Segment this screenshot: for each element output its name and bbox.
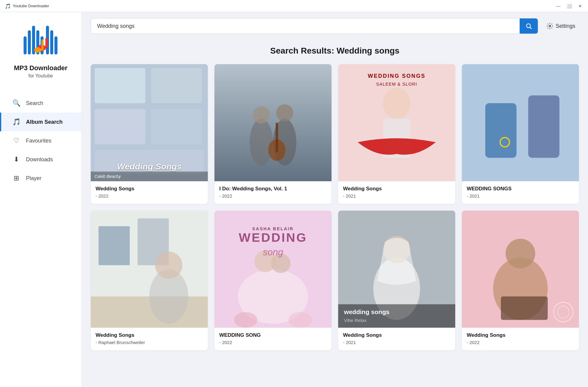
svg-rect-37 [485, 103, 516, 158]
album-card-3[interactable]: WEDDING SONGS SALEEM & SLORI Wedding Son… [338, 64, 455, 204]
album-card-8[interactable]: Wedding Songs - 2022 [462, 211, 579, 350]
svg-text:Wedding Songs: Wedding Songs [117, 162, 182, 171]
sidebar-item-downloads-label: Downloads [26, 156, 53, 163]
album-info-7: Wedding Songs - 2021 [338, 328, 455, 350]
album-meta-5: - Raphael Brunschweiler [96, 340, 203, 345]
album-meta-8: - 2022 [467, 340, 574, 345]
album-art-4 [462, 64, 579, 181]
album-info-2: I Do: Wedding Songs, Vol. 1 - 2022 [214, 181, 332, 204]
album-title-4: WEDDING SONGS [467, 185, 574, 192]
search-input[interactable] [91, 23, 520, 29]
svg-text:Vibe Relax: Vibe Relax [344, 318, 367, 323]
svg-rect-18 [95, 109, 145, 144]
sidebar-item-favourites[interactable]: ♡ Favourites [0, 131, 81, 150]
album-info-5: Wedding Songs - Raphael Brunschweiler [91, 328, 208, 350]
window-controls: — ⬜ ✕ [555, 4, 583, 8]
album-info-3: Wedding Songs - 2021 [338, 181, 455, 204]
album-thumb-4 [462, 64, 579, 181]
album-meta-2: - 2022 [219, 193, 327, 198]
album-thumb-8 [462, 211, 579, 328]
svg-rect-11 [41, 39, 44, 51]
svg-point-10 [34, 47, 41, 53]
album-art-1: Wedding Songs [91, 64, 208, 181]
album-info-8: Wedding Songs - 2022 [462, 328, 579, 350]
svg-rect-19 [151, 109, 202, 144]
svg-rect-60 [338, 304, 455, 328]
svg-rect-42 [91, 297, 208, 328]
album-art-2 [214, 64, 332, 181]
svg-point-14 [549, 25, 551, 27]
svg-rect-0 [24, 36, 27, 54]
album-info-6: WEDDING SONG - 2022 [214, 328, 332, 350]
album-title-3: Wedding Songs [343, 185, 450, 192]
album-thumb-5 [91, 211, 208, 328]
sidebar-item-search-label: Search [26, 100, 43, 107]
app-logo [21, 21, 60, 61]
album-thumb-2 [214, 64, 332, 181]
album-title-1: Wedding Songs [96, 185, 203, 192]
svg-point-52 [289, 312, 312, 328]
player-icon: ⊞ [12, 174, 21, 182]
logo-container: MP3 Downloader for Youtube [14, 21, 67, 79]
svg-rect-38 [528, 95, 559, 158]
titlebar: 🎵 Youtube Downloader — ⬜ ✕ [0, 0, 588, 12]
album-thumb-7: wedding songs Vibe Relax [338, 211, 455, 328]
album-art-7: wedding songs Vibe Relax [338, 211, 455, 328]
minimize-button[interactable]: — [555, 4, 561, 8]
svg-rect-43 [99, 226, 130, 265]
svg-rect-36 [462, 64, 579, 181]
sidebar-item-player[interactable]: ⊞ Player [0, 169, 81, 188]
maximize-button[interactable]: ⬜ [566, 4, 572, 8]
svg-rect-29 [276, 123, 278, 152]
results-grid: Wedding Songs Caleb Beachy Wedding Songs… [91, 64, 579, 350]
album-card-7[interactable]: wedding songs Vibe Relax Wedding Songs -… [338, 211, 455, 350]
svg-rect-67 [501, 297, 548, 320]
svg-text:wedding songs: wedding songs [344, 308, 389, 315]
svg-point-26 [253, 106, 270, 123]
svg-point-32 [383, 87, 410, 119]
search-icon: 🔍 [12, 99, 21, 107]
svg-rect-6 [50, 30, 53, 54]
album-meta-7: - 2021 [343, 340, 450, 345]
album-meta-6: - 2022 [219, 340, 327, 345]
svg-point-51 [234, 312, 257, 328]
album-meta-1: - 2022 [96, 193, 203, 198]
settings-button[interactable]: Settings [543, 20, 579, 32]
album-artist-overlay-1: Caleb Beachy [91, 172, 208, 181]
svg-text:SASHA BELAIR: SASHA BELAIR [252, 226, 294, 231]
album-info-4: WEDDING SONGS - 2021 [462, 181, 579, 204]
album-card-4[interactable]: WEDDING SONGS - 2021 [462, 64, 579, 204]
music-icon: 🎵 [12, 118, 21, 126]
album-art-5 [91, 211, 208, 328]
sidebar-item-favourites-label: Favourites [26, 138, 51, 144]
search-button[interactable] [520, 18, 538, 34]
search-icon [525, 23, 532, 29]
album-art-8 [462, 211, 579, 328]
album-card-2[interactable]: I Do: Wedding Songs, Vol. 1 - 2022 [214, 64, 332, 204]
sidebar-item-downloads[interactable]: ⬇ Downloads [0, 150, 81, 169]
svg-rect-5 [54, 36, 57, 54]
album-card-6[interactable]: SASHA BELAIR WEDDING song WEDDING SONG -… [214, 211, 332, 350]
sidebar-item-album-search[interactable]: 🎵 Album Search [0, 113, 81, 131]
album-art-3: WEDDING SONGS SALEEM & SLORI [338, 64, 455, 181]
close-button[interactable]: ✕ [577, 4, 583, 8]
svg-rect-17 [151, 68, 202, 103]
album-title-5: Wedding Songs [96, 332, 203, 339]
sidebar: MP3 Downloader for Youtube 🔍 Search 🎵 Al… [0, 12, 82, 387]
results-area: Search Results: Wedding songs We [82, 40, 588, 387]
album-title-2: I Do: Wedding Songs, Vol. 1 [219, 185, 327, 192]
album-meta-4: - 2021 [467, 193, 574, 198]
sidebar-item-search[interactable]: 🔍 Search [0, 94, 81, 113]
gear-icon [547, 23, 553, 29]
album-card-1[interactable]: Wedding Songs Caleb Beachy Wedding Songs… [91, 64, 208, 204]
album-thumb-6: SASHA BELAIR WEDDING song [214, 211, 332, 328]
main-content: Settings Search Results: Wedding songs [82, 12, 588, 387]
titlebar-title: Youtube Downloader [13, 4, 555, 8]
album-card-5[interactable]: Wedding Songs - Raphael Brunschweiler [91, 211, 208, 350]
svg-text:WEDDING: WEDDING [239, 231, 307, 244]
sidebar-item-player-label: Player [26, 175, 41, 182]
app-body: MP3 Downloader for Youtube 🔍 Search 🎵 Al… [0, 12, 588, 387]
album-title-8: Wedding Songs [467, 332, 574, 339]
sidebar-item-album-search-label: Album Search [26, 119, 63, 125]
download-icon: ⬇ [12, 156, 21, 163]
